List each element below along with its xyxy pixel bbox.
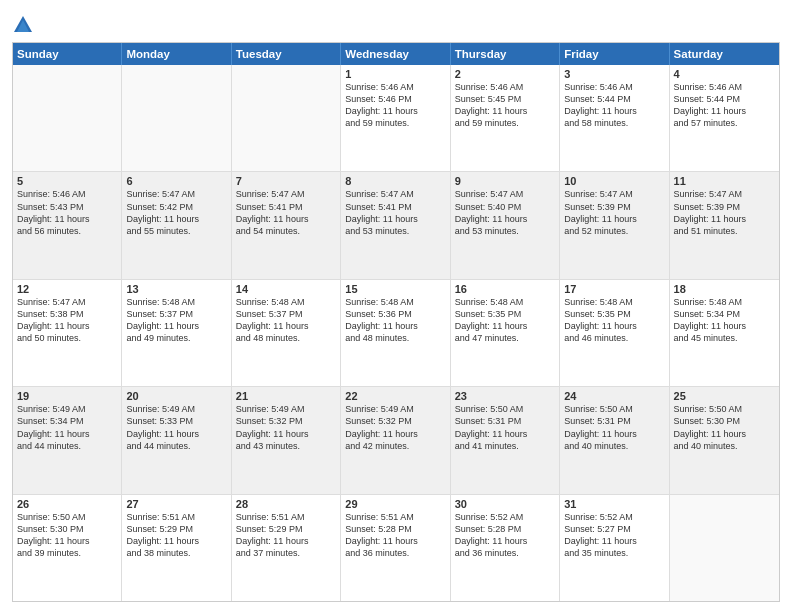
calendar-cell: 11Sunrise: 5:47 AM Sunset: 5:39 PM Dayli… <box>670 172 779 278</box>
calendar-cell: 30Sunrise: 5:52 AM Sunset: 5:28 PM Dayli… <box>451 495 560 601</box>
weekday-header: Tuesday <box>232 43 341 65</box>
day-info: Sunrise: 5:52 AM Sunset: 5:27 PM Dayligh… <box>564 511 664 560</box>
calendar-header: SundayMondayTuesdayWednesdayThursdayFrid… <box>13 43 779 65</box>
day-number: 26 <box>17 498 117 510</box>
day-info: Sunrise: 5:52 AM Sunset: 5:28 PM Dayligh… <box>455 511 555 560</box>
day-number: 24 <box>564 390 664 402</box>
day-info: Sunrise: 5:46 AM Sunset: 5:46 PM Dayligh… <box>345 81 445 130</box>
day-info: Sunrise: 5:50 AM Sunset: 5:30 PM Dayligh… <box>17 511 117 560</box>
calendar-row: 26Sunrise: 5:50 AM Sunset: 5:30 PM Dayli… <box>13 495 779 601</box>
day-number: 28 <box>236 498 336 510</box>
day-number: 1 <box>345 68 445 80</box>
calendar-cell: 13Sunrise: 5:48 AM Sunset: 5:37 PM Dayli… <box>122 280 231 386</box>
day-number: 25 <box>674 390 775 402</box>
day-number: 6 <box>126 175 226 187</box>
calendar-cell: 15Sunrise: 5:48 AM Sunset: 5:36 PM Dayli… <box>341 280 450 386</box>
logo-icon <box>12 14 34 36</box>
day-number: 14 <box>236 283 336 295</box>
day-number: 21 <box>236 390 336 402</box>
calendar-cell: 18Sunrise: 5:48 AM Sunset: 5:34 PM Dayli… <box>670 280 779 386</box>
calendar-cell: 16Sunrise: 5:48 AM Sunset: 5:35 PM Dayli… <box>451 280 560 386</box>
day-info: Sunrise: 5:46 AM Sunset: 5:44 PM Dayligh… <box>674 81 775 130</box>
weekday-header: Wednesday <box>341 43 450 65</box>
day-info: Sunrise: 5:49 AM Sunset: 5:34 PM Dayligh… <box>17 403 117 452</box>
page-header <box>12 10 780 36</box>
day-info: Sunrise: 5:50 AM Sunset: 5:30 PM Dayligh… <box>674 403 775 452</box>
calendar-row: 19Sunrise: 5:49 AM Sunset: 5:34 PM Dayli… <box>13 387 779 494</box>
logo <box>12 14 38 36</box>
weekday-header: Sunday <box>13 43 122 65</box>
day-info: Sunrise: 5:48 AM Sunset: 5:36 PM Dayligh… <box>345 296 445 345</box>
day-number: 12 <box>17 283 117 295</box>
weekday-header: Saturday <box>670 43 779 65</box>
calendar-cell <box>232 65 341 171</box>
calendar-cell: 29Sunrise: 5:51 AM Sunset: 5:28 PM Dayli… <box>341 495 450 601</box>
day-number: 20 <box>126 390 226 402</box>
day-info: Sunrise: 5:46 AM Sunset: 5:45 PM Dayligh… <box>455 81 555 130</box>
day-info: Sunrise: 5:48 AM Sunset: 5:35 PM Dayligh… <box>564 296 664 345</box>
calendar-cell: 24Sunrise: 5:50 AM Sunset: 5:31 PM Dayli… <box>560 387 669 493</box>
calendar-cell: 5Sunrise: 5:46 AM Sunset: 5:43 PM Daylig… <box>13 172 122 278</box>
day-number: 2 <box>455 68 555 80</box>
day-number: 7 <box>236 175 336 187</box>
calendar-body: 1Sunrise: 5:46 AM Sunset: 5:46 PM Daylig… <box>13 65 779 601</box>
calendar: SundayMondayTuesdayWednesdayThursdayFrid… <box>12 42 780 602</box>
calendar-cell: 7Sunrise: 5:47 AM Sunset: 5:41 PM Daylig… <box>232 172 341 278</box>
calendar-cell: 26Sunrise: 5:50 AM Sunset: 5:30 PM Dayli… <box>13 495 122 601</box>
day-info: Sunrise: 5:50 AM Sunset: 5:31 PM Dayligh… <box>564 403 664 452</box>
weekday-header: Friday <box>560 43 669 65</box>
day-info: Sunrise: 5:48 AM Sunset: 5:34 PM Dayligh… <box>674 296 775 345</box>
calendar-cell: 12Sunrise: 5:47 AM Sunset: 5:38 PM Dayli… <box>13 280 122 386</box>
day-number: 9 <box>455 175 555 187</box>
day-info: Sunrise: 5:47 AM Sunset: 5:38 PM Dayligh… <box>17 296 117 345</box>
day-number: 8 <box>345 175 445 187</box>
day-info: Sunrise: 5:47 AM Sunset: 5:40 PM Dayligh… <box>455 188 555 237</box>
calendar-cell: 19Sunrise: 5:49 AM Sunset: 5:34 PM Dayli… <box>13 387 122 493</box>
day-number: 13 <box>126 283 226 295</box>
calendar-cell: 22Sunrise: 5:49 AM Sunset: 5:32 PM Dayli… <box>341 387 450 493</box>
calendar-cell <box>122 65 231 171</box>
calendar-cell: 20Sunrise: 5:49 AM Sunset: 5:33 PM Dayli… <box>122 387 231 493</box>
day-info: Sunrise: 5:51 AM Sunset: 5:29 PM Dayligh… <box>236 511 336 560</box>
day-number: 30 <box>455 498 555 510</box>
day-number: 16 <box>455 283 555 295</box>
day-number: 11 <box>674 175 775 187</box>
day-number: 10 <box>564 175 664 187</box>
calendar-cell: 28Sunrise: 5:51 AM Sunset: 5:29 PM Dayli… <box>232 495 341 601</box>
day-info: Sunrise: 5:46 AM Sunset: 5:43 PM Dayligh… <box>17 188 117 237</box>
day-number: 5 <box>17 175 117 187</box>
calendar-cell: 10Sunrise: 5:47 AM Sunset: 5:39 PM Dayli… <box>560 172 669 278</box>
day-number: 3 <box>564 68 664 80</box>
day-info: Sunrise: 5:47 AM Sunset: 5:39 PM Dayligh… <box>564 188 664 237</box>
calendar-cell: 31Sunrise: 5:52 AM Sunset: 5:27 PM Dayli… <box>560 495 669 601</box>
day-info: Sunrise: 5:49 AM Sunset: 5:33 PM Dayligh… <box>126 403 226 452</box>
calendar-cell: 17Sunrise: 5:48 AM Sunset: 5:35 PM Dayli… <box>560 280 669 386</box>
day-number: 29 <box>345 498 445 510</box>
calendar-cell: 25Sunrise: 5:50 AM Sunset: 5:30 PM Dayli… <box>670 387 779 493</box>
calendar-row: 1Sunrise: 5:46 AM Sunset: 5:46 PM Daylig… <box>13 65 779 172</box>
day-info: Sunrise: 5:49 AM Sunset: 5:32 PM Dayligh… <box>345 403 445 452</box>
calendar-cell: 14Sunrise: 5:48 AM Sunset: 5:37 PM Dayli… <box>232 280 341 386</box>
day-number: 31 <box>564 498 664 510</box>
calendar-cell: 2Sunrise: 5:46 AM Sunset: 5:45 PM Daylig… <box>451 65 560 171</box>
calendar-cell: 6Sunrise: 5:47 AM Sunset: 5:42 PM Daylig… <box>122 172 231 278</box>
calendar-cell: 27Sunrise: 5:51 AM Sunset: 5:29 PM Dayli… <box>122 495 231 601</box>
day-info: Sunrise: 5:49 AM Sunset: 5:32 PM Dayligh… <box>236 403 336 452</box>
day-number: 4 <box>674 68 775 80</box>
weekday-header: Monday <box>122 43 231 65</box>
day-info: Sunrise: 5:47 AM Sunset: 5:42 PM Dayligh… <box>126 188 226 237</box>
day-info: Sunrise: 5:47 AM Sunset: 5:41 PM Dayligh… <box>345 188 445 237</box>
day-info: Sunrise: 5:48 AM Sunset: 5:37 PM Dayligh… <box>126 296 226 345</box>
calendar-row: 5Sunrise: 5:46 AM Sunset: 5:43 PM Daylig… <box>13 172 779 279</box>
calendar-cell: 1Sunrise: 5:46 AM Sunset: 5:46 PM Daylig… <box>341 65 450 171</box>
day-number: 27 <box>126 498 226 510</box>
calendar-cell: 9Sunrise: 5:47 AM Sunset: 5:40 PM Daylig… <box>451 172 560 278</box>
day-info: Sunrise: 5:48 AM Sunset: 5:37 PM Dayligh… <box>236 296 336 345</box>
day-number: 15 <box>345 283 445 295</box>
calendar-cell: 23Sunrise: 5:50 AM Sunset: 5:31 PM Dayli… <box>451 387 560 493</box>
calendar-cell: 8Sunrise: 5:47 AM Sunset: 5:41 PM Daylig… <box>341 172 450 278</box>
day-info: Sunrise: 5:46 AM Sunset: 5:44 PM Dayligh… <box>564 81 664 130</box>
day-number: 18 <box>674 283 775 295</box>
day-info: Sunrise: 5:48 AM Sunset: 5:35 PM Dayligh… <box>455 296 555 345</box>
calendar-row: 12Sunrise: 5:47 AM Sunset: 5:38 PM Dayli… <box>13 280 779 387</box>
